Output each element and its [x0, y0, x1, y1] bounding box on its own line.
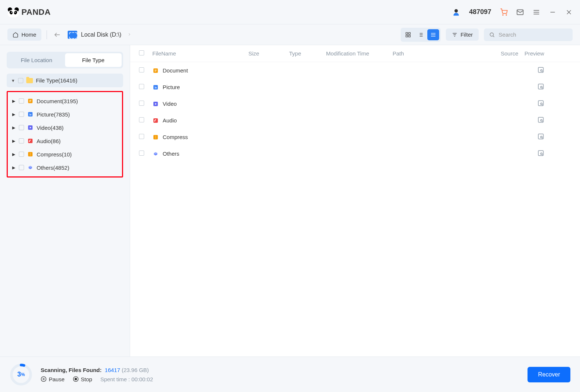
- preview-button[interactable]: [537, 101, 544, 108]
- checkbox[interactable]: [139, 101, 144, 106]
- svg-point-64: [540, 86, 542, 88]
- col-modification[interactable]: Modification Time: [326, 50, 393, 57]
- preview-button[interactable]: [537, 151, 544, 158]
- list-row[interactable]: Compress: [130, 129, 580, 145]
- minimize-icon[interactable]: [549, 9, 556, 16]
- col-preview[interactable]: Preview: [518, 50, 544, 57]
- user-avatar-icon: [452, 8, 460, 16]
- col-source[interactable]: Source: [489, 50, 518, 57]
- stop-button[interactable]: Stop: [73, 376, 92, 382]
- svg-rect-60: [153, 85, 158, 89]
- checkbox[interactable]: [18, 78, 23, 83]
- list-row[interactable]: Audio: [130, 112, 580, 129]
- mail-icon[interactable]: [516, 9, 524, 16]
- checkbox[interactable]: [139, 117, 144, 122]
- tab-file-type[interactable]: File Type: [65, 53, 122, 67]
- view-list-button[interactable]: [427, 29, 439, 40]
- home-icon: [13, 32, 18, 38]
- main-panel: FileName Size Type Modification Time Pat…: [130, 45, 580, 356]
- breadcrumb-disk[interactable]: Local Disk (D:\): [68, 31, 132, 39]
- close-icon[interactable]: [565, 9, 573, 16]
- expand-icon[interactable]: ▶: [12, 112, 16, 117]
- svg-rect-47: [30, 153, 31, 153]
- tree-item[interactable]: ▶Document(3195): [9, 94, 121, 108]
- checkbox[interactable]: [139, 84, 144, 89]
- tree-root-label: File Type(16416): [36, 77, 77, 84]
- col-path[interactable]: Path: [393, 50, 489, 57]
- spent-time: Spent time : 00:00:02: [100, 376, 153, 382]
- collapse-icon[interactable]: ▼: [11, 78, 15, 83]
- divider: [47, 30, 47, 39]
- checkbox[interactable]: [19, 152, 24, 157]
- tree-item[interactable]: ▶Others(4852): [9, 161, 121, 174]
- list-row[interactable]: Video: [130, 95, 580, 112]
- checkbox[interactable]: [19, 125, 24, 130]
- expand-icon[interactable]: ▶: [12, 152, 16, 157]
- tab-file-location[interactable]: File Location: [8, 53, 65, 67]
- svg-line-59: [542, 71, 543, 72]
- svg-line-74: [542, 121, 543, 122]
- menu-icon[interactable]: [533, 9, 540, 16]
- checkbox[interactable]: [19, 165, 24, 170]
- checkbox[interactable]: [139, 67, 144, 72]
- svg-rect-20: [406, 35, 408, 37]
- back-button[interactable]: [52, 30, 62, 40]
- expand-icon[interactable]: ▶: [12, 99, 16, 104]
- details-icon: [418, 32, 424, 38]
- filter-button[interactable]: Filter: [446, 28, 479, 41]
- list-row[interactable]: Document: [130, 62, 580, 79]
- tree-item[interactable]: ▶Picture(7835): [9, 108, 121, 121]
- svg-line-82: [542, 138, 543, 138]
- filter-icon: [452, 32, 458, 38]
- col-type[interactable]: Type: [289, 50, 326, 57]
- view-grid-button[interactable]: [402, 29, 414, 40]
- preview-button[interactable]: [537, 68, 544, 74]
- col-size[interactable]: Size: [248, 50, 289, 57]
- list-row[interactable]: Others: [130, 145, 580, 162]
- view-details-button[interactable]: [415, 29, 427, 40]
- titlebar-right: 487097: [452, 8, 573, 16]
- svg-rect-71: [153, 118, 158, 123]
- tree-item[interactable]: ▶Video(438): [9, 121, 121, 134]
- list-row[interactable]: Picture: [130, 79, 580, 95]
- expand-icon[interactable]: ▶: [12, 125, 16, 130]
- percent-symbol: %: [21, 372, 25, 377]
- col-filename[interactable]: FileName: [152, 50, 248, 57]
- cart-icon[interactable]: [500, 9, 508, 16]
- recover-button[interactable]: Recover: [528, 367, 570, 382]
- checkbox[interactable]: [139, 151, 144, 156]
- progress-percent: 3: [17, 371, 21, 378]
- scan-count: 16417: [105, 367, 120, 373]
- svg-point-94: [75, 378, 77, 380]
- checkbox[interactable]: [19, 112, 24, 117]
- tree-item-label: Video(438): [37, 125, 64, 131]
- preview-button[interactable]: [537, 135, 544, 141]
- type-icon: [27, 124, 34, 131]
- preview-button[interactable]: [537, 85, 544, 91]
- type-icon: [27, 138, 34, 144]
- filter-label: Filter: [461, 31, 473, 38]
- select-all-checkbox[interactable]: [139, 50, 144, 55]
- search-box[interactable]: [484, 28, 573, 41]
- checkbox[interactable]: [139, 134, 144, 139]
- panda-icon: [7, 7, 19, 17]
- progress-ring: 3%: [10, 363, 33, 386]
- row-name: Video: [163, 101, 177, 107]
- svg-point-73: [540, 119, 542, 121]
- tree-root[interactable]: ▼ File Type(16416): [7, 74, 123, 87]
- tree-item[interactable]: ▶Audio(86): [9, 134, 121, 148]
- svg-point-58: [540, 70, 542, 71]
- titlebar: PANDA 487097: [0, 0, 580, 24]
- tree-item[interactable]: ▶Compress(10): [9, 148, 121, 161]
- type-icon: [27, 164, 34, 171]
- svg-rect-46: [28, 152, 33, 156]
- expand-icon[interactable]: ▶: [12, 139, 16, 143]
- pause-button[interactable]: Pause: [41, 376, 65, 382]
- search-input[interactable]: [499, 31, 567, 38]
- logo-text: PANDA: [21, 7, 51, 17]
- expand-icon[interactable]: ▶: [12, 165, 16, 170]
- checkbox[interactable]: [19, 98, 24, 104]
- checkbox[interactable]: [19, 138, 24, 143]
- home-button[interactable]: Home: [7, 28, 41, 41]
- preview-button[interactable]: [537, 118, 544, 124]
